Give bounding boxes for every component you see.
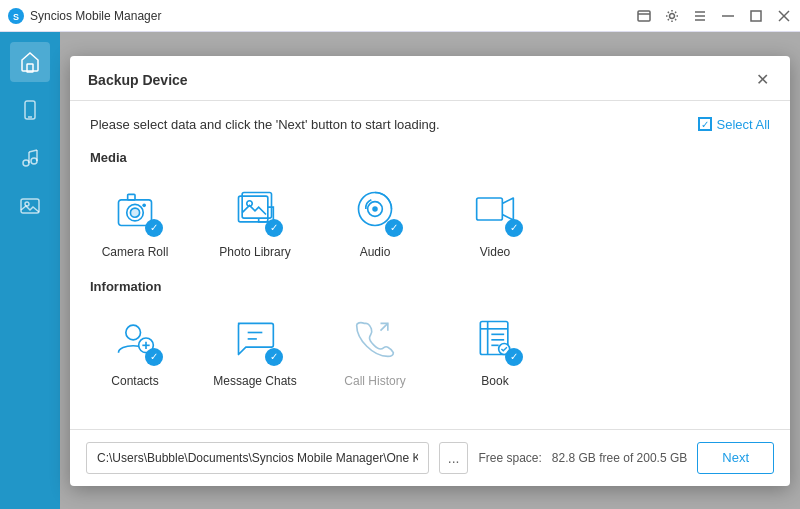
app-body: Backup Device ✕ Please select data and c… [0,32,800,509]
window-controls [636,8,792,24]
video-check: ✓ [505,219,523,237]
svg-line-41 [381,323,388,330]
app-icon: S [8,8,24,24]
select-all-checkbox[interactable]: ✓ [698,117,712,131]
call-history-item[interactable]: Call History [330,308,420,388]
maximize-button[interactable] [748,8,764,24]
svg-point-4 [670,13,675,18]
browse-button[interactable]: ... [439,442,469,474]
book-check: ✓ [505,348,523,366]
message-chats-label: Message Chats [213,374,296,388]
book-item[interactable]: ✓ Book [450,308,540,388]
free-space-info: Free space: 82.8 GB free of 200.5 GB [478,451,687,465]
message-chats-icon-wrap: ✓ [225,308,285,368]
svg-text:S: S [13,12,19,22]
photo-library-check: ✓ [265,219,283,237]
audio-label: Audio [360,245,391,259]
free-space-value: 82.8 GB free of 200.5 GB [552,451,687,465]
svg-point-30 [247,200,253,206]
photo-library-item[interactable]: ✓ Photo Library [210,179,300,259]
video-item[interactable]: ✓ Video [450,179,540,259]
close-button[interactable] [776,8,792,24]
media-section-label: Media [90,150,770,165]
hamburger-icon[interactable] [692,8,708,24]
backup-dialog: Backup Device ✕ Please select data and c… [70,56,790,486]
video-label: Video [480,245,510,259]
dialog-title: Backup Device [88,72,188,88]
svg-point-33 [372,206,378,212]
main-content: Backup Device ✕ Please select data and c… [60,32,800,509]
instruction-text: Please select data and click the 'Next' … [90,117,440,132]
sidebar-music-icon[interactable] [10,138,50,178]
svg-rect-26 [128,194,135,200]
svg-line-19 [29,150,37,152]
svg-rect-9 [751,11,761,21]
book-icon-wrap: ✓ [465,308,525,368]
window-tab-icon[interactable] [636,8,652,24]
dialog-body: Please select data and click the 'Next' … [70,101,790,429]
settings-icon[interactable] [664,8,680,24]
free-space-label: Free space: [478,451,541,465]
sidebar-photo-icon[interactable] [10,186,50,226]
photo-library-label: Photo Library [219,245,290,259]
next-button[interactable]: Next [697,442,774,474]
instruction-row: Please select data and click the 'Next' … [90,117,770,132]
message-chats-item[interactable]: ✓ Message Chats [210,308,300,388]
audio-check: ✓ [385,219,403,237]
svg-point-35 [126,325,141,340]
minimize-button[interactable] [720,8,736,24]
call-history-icon-wrap [345,308,405,368]
svg-rect-34 [477,198,503,220]
call-history-label: Call History [344,374,405,388]
sidebar-phone-icon[interactable] [10,90,50,130]
svg-point-15 [23,160,29,166]
photo-library-icon-wrap: ✓ [225,179,285,239]
dialog-header: Backup Device ✕ [70,56,790,101]
sidebar-home-icon[interactable] [10,42,50,82]
media-items-grid: ✓ Camera Roll [90,179,770,259]
svg-rect-2 [638,11,650,21]
sidebar [0,32,60,509]
dialog-close-button[interactable]: ✕ [752,70,772,90]
path-input[interactable] [86,442,429,474]
svg-point-16 [31,158,37,164]
book-label: Book [481,374,508,388]
dialog-footer: ... Free space: 82.8 GB free of 200.5 GB… [70,429,790,486]
camera-roll-icon-wrap: ✓ [105,179,165,239]
title-bar: S Syncios Mobile Manager [0,0,800,32]
camera-roll-label: Camera Roll [102,245,169,259]
contacts-item[interactable]: ✓ Contacts [90,308,180,388]
audio-icon-wrap: ✓ [345,179,405,239]
camera-roll-check: ✓ [145,219,163,237]
select-all-label: Select All [717,117,770,132]
information-items-grid: ✓ Contacts [90,308,770,388]
select-all-button[interactable]: ✓ Select All [698,117,770,132]
app-title: Syncios Mobile Manager [30,9,161,23]
contacts-icon-wrap: ✓ [105,308,165,368]
audio-item[interactable]: ✓ Audio [330,179,420,259]
video-icon-wrap: ✓ [465,179,525,239]
information-section-label: Information [90,279,770,294]
message-chats-check: ✓ [265,348,283,366]
svg-point-27 [142,203,146,207]
modal-overlay: Backup Device ✕ Please select data and c… [60,32,800,509]
contacts-check: ✓ [145,348,163,366]
camera-roll-item[interactable]: ✓ Camera Roll [90,179,180,259]
contacts-label: Contacts [111,374,158,388]
